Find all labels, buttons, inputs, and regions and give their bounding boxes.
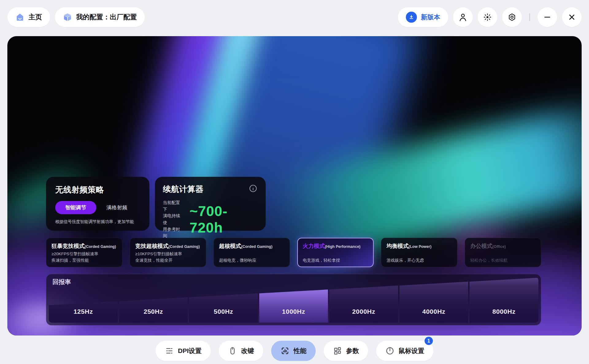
window-controls-divider [529,13,530,21]
mode-desc: ≥10KFPS引擎扫描帧速率 [135,251,201,257]
config-button[interactable]: 我的配置：出厂配置 [55,7,145,27]
mode-title: 超核模式(Corded Gaming) [219,242,284,250]
battery-card-header: 续航计算器 [163,184,258,195]
minimize-button[interactable] [537,7,557,27]
home-button[interactable]: 主页 [7,7,50,27]
mode-tabs: 狂暴竞技模式(Corded Gaming)≥20KFPS引擎扫描帧速率疾速扫描，… [46,238,541,267]
mode-desc: 超核电竞，微秒响应 [219,258,284,263]
mode-name: 竞技超核模式 [135,242,168,250]
hero-panel: 无线射频策略 智能调节 满格射频 根据信号强度智能调节射频功率，更加节能 续航计… [7,36,582,336]
rf-option-smart-adjust[interactable]: 智能调节 [55,201,96,214]
rate-250hz[interactable]: 250Hz [119,277,188,323]
download-icon [406,12,417,23]
mode-name: 狂暴竞技模式 [52,242,85,250]
mode-desc: 游戏娱乐，开心无虑 [387,258,452,263]
brightness-icon [483,13,492,22]
rate-label: 1000Hz [259,308,328,315]
new-version-label: 新版本 [421,13,440,21]
config-label: 我的配置：出厂配置 [76,13,137,22]
gear-icon [507,13,517,22]
home-label: 主页 [29,13,42,22]
battery-calculator-card: 续航计算器 当前配置下 满电持续使 用参考时间 ~700-720h [155,177,266,231]
performance-icon [280,346,290,355]
mode-desc: 轻松办公，长效续航 [470,258,536,263]
rf-card-desc: 根据信号强度智能调节射频功率，更加节能 [55,219,140,225]
nav-label: 改键 [241,347,254,355]
mode-title: 火力模式(High Performance) [303,242,368,250]
mode-tab-firepower[interactable]: 火力模式(High Performance)电竞游戏，轻松拿捏 [297,238,374,267]
rate-label: 125Hz [49,308,118,315]
rate-500hz[interactable]: 500Hz [189,277,258,323]
battery-value: ~700-720h [190,203,258,236]
dpi-icon [165,346,174,355]
rf-option-full-rf[interactable]: 满格射频 [96,201,137,214]
nav-params-button[interactable]: 参数 [324,341,368,361]
nav-label: 鼠标设置 [398,347,424,355]
mode-name: 均衡模式 [387,242,409,250]
mode-tag: (Corded Gaming) [85,245,116,249]
account-button[interactable] [453,7,473,27]
polling-rate-ramp: 125Hz250Hz500Hz1000Hz2000Hz4000Hz8000Hz [49,277,538,323]
rate-125hz[interactable]: 125Hz [49,277,118,323]
bottom-nav: DPI设置改键性能参数鼠标设置1 [0,341,589,361]
notification-badge: 1 [425,337,433,345]
mode-title: 竞技超核模式(Corded Gaming) [135,242,201,250]
mode-desc: 全速竞技，性能全开 [135,258,201,263]
battery-caption: 当前配置下 满电持续使 用参考时间 [163,199,183,239]
nav-remap-button[interactable]: 改键 [219,341,263,361]
mode-tab-rage-esports[interactable]: 狂暴竞技模式(Corded Gaming)≥20KFPS引擎扫描帧速率疾速扫描，… [46,238,122,267]
rate-label: 4000Hz [399,308,468,315]
rate-8000hz[interactable]: 8000Hz [469,277,538,323]
mode-name: 火力模式 [303,242,325,250]
battery-card-body: 当前配置下 满电持续使 用参考时间 ~700-720h [163,199,258,239]
mode-tag: (High Performance) [325,245,360,249]
rate-4000hz[interactable]: 4000Hz [399,277,468,323]
rate-label: 2000Hz [329,308,398,315]
rate-label: 8000Hz [469,308,538,315]
rf-strategy-card: 无线射频策略 智能调节 满格射频 根据信号强度智能调节射频功率，更加节能 [46,177,149,231]
rf-card-title: 无线射频策略 [55,184,140,195]
mode-tab-overclock[interactable]: 超核模式(Corded Gaming)超核电竞，微秒响应 [214,238,290,267]
mode-title: 办公模式(Office) [470,242,536,250]
nav-label: DPI设置 [178,347,202,355]
mode-desc: 疾速扫描，至强性能 [52,258,117,263]
mode-title: 均衡模式(Low Power) [387,242,452,250]
nav-label: 性能 [294,347,306,355]
app-window: 主页 我的配置：出厂配置 新版本 [0,0,589,364]
mode-tag: (Corded Gaming) [241,245,272,249]
home-icon [15,13,25,22]
info-icon[interactable] [248,184,258,193]
mode-name: 超核模式 [219,242,241,250]
mode-tag: (Low Power) [409,245,431,249]
topbar: 主页 我的配置：出厂配置 新版本 [0,0,589,34]
cube-icon [63,13,72,22]
rate-label: 250Hz [119,308,188,315]
nav-mouse-settings-button[interactable]: 鼠标设置1 [376,341,433,361]
mode-tab-office[interactable]: 办公模式(Office)轻松办公，长效续航 [465,238,541,267]
close-button[interactable] [562,7,582,27]
polling-rate-panel: 回报率 125Hz250Hz500Hz1000Hz2000Hz4000Hz800… [46,274,541,325]
minimize-icon [543,13,552,21]
user-icon [458,12,468,22]
mode-tab-esports-overclock[interactable]: 竞技超核模式(Corded Gaming)≥10KFPS引擎扫描帧速率全速竞技，… [130,238,206,267]
rate-label: 500Hz [189,308,258,315]
battery-card-title: 续航计算器 [163,184,204,195]
rate-1000hz[interactable]: 1000Hz [259,277,328,323]
remap-mouse-icon [228,346,237,355]
rate-2000hz[interactable]: 2000Hz [329,277,398,323]
nav-label: 参数 [346,347,359,355]
nav-dpi-settings-button[interactable]: DPI设置 [156,341,211,361]
params-grid-icon [333,346,342,355]
mode-desc: ≥20KFPS引擎扫描帧速率 [52,251,117,257]
mode-title: 狂暴竞技模式(Corded Gaming) [52,242,117,250]
mode-tab-balanced[interactable]: 均衡模式(Low Power)游戏娱乐，开心无虑 [381,238,457,267]
brightness-button[interactable] [478,7,497,27]
new-version-button[interactable]: 新版本 [398,7,448,27]
mode-tag: (Corded Gaming) [168,245,200,249]
nav-performance-button[interactable]: 性能 [271,341,316,361]
mouse-settings-icon [385,346,395,355]
settings-button[interactable] [502,7,522,27]
mode-tag: (Office) [492,245,506,249]
rf-toggle: 智能调节 满格射频 [55,201,140,214]
mode-name: 办公模式 [470,242,492,250]
